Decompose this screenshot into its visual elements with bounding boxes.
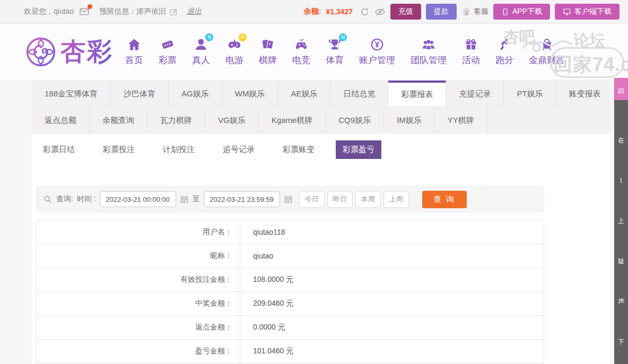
customer-service-label: 客服 <box>474 7 489 16</box>
nav-item-label: 金鼎财富 <box>529 54 565 66</box>
report-row: 昵称： qiutao <box>37 244 544 268</box>
edit-icon <box>169 7 178 16</box>
tab-wm[interactable]: WM娱乐 <box>222 81 278 106</box>
app-download-button[interactable]: APP下载 <box>493 4 550 20</box>
nav-item-jinding-wealth[interactable]: 金鼎财富 <box>529 37 565 66</box>
nav-item-label: 首页 <box>125 54 143 66</box>
nav-item-live[interactable]: N 真人 <box>192 37 210 66</box>
team-icon <box>421 37 436 52</box>
nav-item-egames[interactable]: H 电游 <box>225 37 243 66</box>
nav-item-account[interactable]: 账户管理 <box>359 37 395 66</box>
logo-text: 杏彩 <box>60 35 114 68</box>
search-submit-button[interactable]: 查 询 <box>422 191 467 208</box>
side-float-item-4[interactable]: 声 <box>614 281 628 322</box>
tab-rebate-total[interactable]: 返点总额 <box>32 107 90 133</box>
subtab-lottery-profit[interactable]: 彩票盈亏 <box>336 140 381 159</box>
nav-item-label: 团队管理 <box>411 54 447 66</box>
tab-ag[interactable]: AG娱乐 <box>169 81 222 106</box>
report-row-label: 有效投注金额： <box>37 268 240 291</box>
tab-wali-chess[interactable]: 瓦力棋牌 <box>147 107 205 133</box>
tab-kgame[interactable]: Kgame棋牌 <box>259 107 326 133</box>
nav-item-label: 棋牌 <box>259 54 277 66</box>
side-float-item-1[interactable]: I <box>614 161 628 201</box>
tab-cq9[interactable]: CQ9娱乐 <box>326 107 384 133</box>
gift-icon <box>464 37 478 52</box>
report-row: 返点金额： 0.0000 元 <box>37 316 544 340</box>
tab-shaba-sports[interactable]: 沙巴体育 <box>111 81 169 106</box>
tab-pt[interactable]: PT娱乐 <box>504 81 556 106</box>
site-logo[interactable]: 杏彩 <box>25 35 114 68</box>
quick-this-week-button[interactable]: 本周 <box>355 191 381 208</box>
end-time-input[interactable] <box>204 191 280 207</box>
withdraw-button[interactable]: 提款 <box>426 4 457 20</box>
side-float-bar: 回在I上疑声下 <box>614 78 628 364</box>
report-row-value: 0.0000 元 <box>240 316 544 339</box>
tab-account-change-report[interactable]: 账变报表 <box>556 81 614 106</box>
quick-yesterday-button[interactable]: 昨日 <box>327 191 353 208</box>
tab-deposit-withdraw-records[interactable]: 充提记录 <box>446 81 504 106</box>
side-float-item-top[interactable]: 回 <box>614 78 628 100</box>
side-float-rest: 在I上疑声下 <box>614 100 628 364</box>
report-row-label: 用户名： <box>37 220 240 244</box>
deposit-button[interactable]: 充值 <box>390 4 421 20</box>
content-card: 彩票日结彩票投注计划投注追号记录彩票账变彩票盈亏 查询: 时间 : 至 今日昨日… <box>32 134 610 363</box>
edit-reserved-button[interactable] <box>169 7 178 16</box>
nav-item-paofen[interactable]: 跑分 <box>495 37 513 66</box>
ticket-icon <box>160 37 175 52</box>
tab-ae[interactable]: AE娱乐 <box>278 81 330 106</box>
report-row-value: qiutao118 <box>240 220 544 244</box>
search-icon <box>43 194 53 204</box>
tab-im[interactable]: IM娱乐 <box>384 107 435 133</box>
start-time-input[interactable] <box>100 191 176 207</box>
monitor-icon <box>563 7 571 16</box>
report-row-value: 101.0460 元 <box>240 340 544 363</box>
cards-icon <box>260 37 275 52</box>
tab-188-sports[interactable]: 188金宝博体育 <box>32 81 111 106</box>
coin-icon <box>370 37 385 52</box>
nav-item-label: 活动 <box>462 54 480 66</box>
subtab-plan-bets[interactable]: 计划投注 <box>156 140 202 159</box>
side-float-item-3[interactable]: 疑 <box>614 241 628 281</box>
calendar-icon[interactable] <box>284 195 293 204</box>
report-row: 用户名： qiutao118 <box>37 220 544 244</box>
nav-item-lottery[interactable]: 彩票 <box>159 37 177 66</box>
subtab-lottery-account-change[interactable]: 彩票账变 <box>276 140 321 159</box>
reserved-info-text: 预留信息：涛声依旧 <box>99 7 166 16</box>
logout-link[interactable]: 退出 <box>187 7 202 16</box>
nav-item-label: 体育 <box>326 54 344 66</box>
tab-balance-query[interactable]: 余额查询 <box>90 107 147 133</box>
subtab-lottery-bets[interactable]: 彩票投注 <box>96 140 142 159</box>
report-row-value: 209.0460 元 <box>240 292 544 315</box>
nav-item-promo[interactable]: 活动 <box>462 37 480 66</box>
side-float-item-0[interactable]: 在 <box>614 120 628 161</box>
tab-yy-chess[interactable]: YY棋牌 <box>435 107 487 133</box>
subtab-chase-records[interactable]: 追号记录 <box>216 140 261 159</box>
app-download-label: APP下载 <box>512 7 542 16</box>
nav-item-esports[interactable]: 电竞 <box>292 37 310 66</box>
customer-service-button[interactable]: 客服 <box>461 7 489 17</box>
side-float-item-5[interactable]: 下 <box>614 322 628 362</box>
trophy-icon: N <box>327 37 342 52</box>
calendar-icon[interactable] <box>180 195 189 204</box>
report-row-value: 108.0000 元 <box>240 268 544 291</box>
client-download-button[interactable]: 客户端下载 <box>555 4 620 20</box>
side-float-item-2[interactable]: 上 <box>614 201 628 241</box>
new-badge: N <box>205 33 213 41</box>
subtab-lottery-daily[interactable]: 彩票日结 <box>36 140 82 159</box>
tab-daily-summary[interactable]: 日结总览 <box>330 81 388 106</box>
nav-item-chess[interactable]: 棋牌 <box>259 37 277 66</box>
nav-item-home[interactable]: 首页 <box>125 37 143 66</box>
welcome-text: 欢迎您，qiutao <box>24 7 74 16</box>
nav-item-team[interactable]: 团队管理 <box>411 37 447 66</box>
refresh-icon[interactable] <box>360 7 370 17</box>
quick-last-week-button[interactable]: 上周 <box>383 191 409 208</box>
quick-today-button[interactable]: 今日 <box>299 191 325 208</box>
tab-vg[interactable]: VG娱乐 <box>205 107 259 133</box>
mail-button[interactable] <box>79 6 90 17</box>
nav-item-sports[interactable]: N 体育 <box>326 37 344 66</box>
eye-slash-icon[interactable] <box>374 6 386 17</box>
report-row: 中奖金额： 209.0460 元 <box>37 292 544 316</box>
tab-lottery-report[interactable]: 彩票报表 <box>388 81 446 106</box>
balance-label: 余额: <box>304 7 321 16</box>
new-badge: H <box>239 33 247 41</box>
